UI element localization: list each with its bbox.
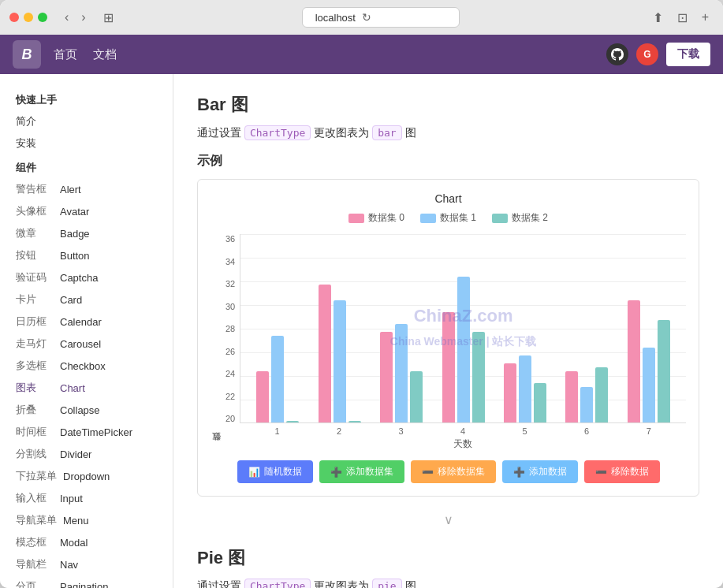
sidebar-item-checkbox[interactable]: 多选框 Checkbox [0,355,173,377]
github-icon[interactable] [606,43,628,65]
chart-grid: ChinaZ.comChina Webmaster | 站长下载 [240,234,686,423]
nav-docs[interactable]: 文档 [93,47,117,62]
chart-title: Chart [211,192,686,205]
bar-5-teal [534,383,546,422]
bar-chart-demo: Chart 数据集 0 数据集 1 [197,179,699,497]
share-button[interactable]: ⊞ [103,10,114,25]
sidebar-item-modal[interactable]: 模态框 Modal [0,531,173,553]
bar-5-pink [504,363,516,422]
y-label-3: 30 [225,302,235,311]
address-bar-container: localhost ↻ [120,7,642,28]
sidebar-item-nav[interactable]: 导航栏 Nav [0,553,173,575]
sidebar-item-collapse-en: Collapse [60,404,100,416]
sidebar-item-carousel[interactable]: 走马灯 Carousel [0,333,173,355]
sidebar-item-menu-en: Menu [63,515,89,527]
back-button[interactable]: ‹ [60,9,73,26]
sidebar-item-button[interactable]: 按钮 Button [0,244,173,266]
sidebar-item-divider-zh: 分割线 [16,447,54,461]
sidebar-item-pagination-zh: 分页 [16,579,54,588]
refresh-button[interactable]: ↻ [362,11,371,24]
sidebar-item-card-zh: 卡片 [16,292,54,307]
bar-3-pink [380,332,393,422]
x-label-4: 4 [440,426,486,436]
add-data-button[interactable]: ➕ 添加数据 [502,460,578,483]
x-label-1: 1 [255,426,300,436]
pie-section-title: Pie 图 [197,546,699,570]
nav-home[interactable]: 首页 [54,47,77,62]
sidebar-item-carousel-zh: 走马灯 [16,337,54,351]
bar-1-blue [271,336,284,422]
add-dataset-button[interactable]: ➕ 添加数据集 [319,460,404,483]
sidebar-components-title: 组件 [0,154,173,178]
sidebar-item-divider[interactable]: 分割线 Divider [0,443,173,465]
titlebar: ‹ › ⊞ localhost ↻ ⬆ ⊡ + [0,0,723,35]
sidebar-item-datetimepicker[interactable]: 时间框 DateTimePicker [0,421,173,443]
legend-color-1 [420,214,436,223]
sidebar-item-card[interactable]: 卡片 Card [0,288,173,311]
sidebar-item-nav-en: Nav [60,559,78,571]
chart-type-code: ChartType [244,125,311,140]
bar-section: Bar 图 通过设置 ChartType 更改图表为 bar 图 示例 Char… [197,93,699,530]
sidebar-item-pagination[interactable]: 分页 Pagination [0,575,173,588]
sidebar-item-captcha-en: Captcha [60,272,98,284]
sidebar-quickstart-title: 快速上手 [0,87,173,110]
bar-7-pink [628,300,640,422]
remove-dataset-icon: ➖ [422,467,434,478]
sidebar-item-alert[interactable]: 警告框 Alert [0,178,173,200]
bar-7-teal [658,320,670,422]
sidebar-item-avatar-zh: 头像框 [16,204,54,218]
sidebar-item-dropdown-en: Dropdown [63,471,110,482]
y-labels-container: 36 34 32 30 28 26 24 22 20 [225,234,240,451]
sidebar-item-menu[interactable]: 导航菜单 Menu [0,509,173,531]
header-right: G 下载 [606,43,710,66]
x-axis-title: 天数 [240,437,686,451]
x-label-6: 6 [564,426,609,436]
sidebar-item-avatar[interactable]: 头像框 Avatar [0,200,173,222]
y-label-5: 26 [225,347,235,356]
pie-code: pie [372,579,401,588]
sidebar-item-calendar-en: Calendar [60,316,102,328]
remove-dataset-button[interactable]: ➖ 移除数据集 [411,460,496,483]
forward-button[interactable]: › [76,9,90,26]
bar-6-teal [595,367,608,422]
sidebar-item-calendar[interactable]: 日历框 Calendar [0,311,173,333]
sidebar-item-input-en: Input [60,493,83,504]
app-header: B 首页 文档 G 下载 [0,35,723,74]
close-button[interactable] [9,13,19,22]
remove-data-button[interactable]: ➖ 移除数据 [584,460,660,483]
sidebar-item-captcha[interactable]: 验证码 Captcha [0,266,173,288]
url-bar[interactable]: localhost ↻ [302,7,460,28]
sidebar-item-chart[interactable]: 图表 Chart [0,377,173,399]
sidebar-item-dropdown[interactable]: 下拉菜单 Dropdown [0,465,173,487]
sidebar-item-modal-en: Modal [60,537,88,549]
content-area: Bar 图 通过设置 ChartType 更改图表为 bar 图 示例 Char… [173,74,723,588]
sidebar: 快速上手 简介 安装 组件 警告框 Alert 头像框 Avatar 微章 Ba… [0,74,173,588]
y-axis-title: 数值 [211,234,222,448]
maximize-button[interactable] [38,13,47,22]
download-button[interactable]: 下载 [666,43,710,66]
add-tab-action[interactable]: + [697,9,714,27]
new-tab-action[interactable]: ⊡ [673,9,692,27]
pie-section-desc: 通过设置 ChartType 更改图表为 pie 图 [197,579,699,588]
sidebar-item-intro[interactable]: 简介 [0,110,173,132]
sidebar-item-chart-en: Chart [60,382,85,394]
sidebar-item-badge-en: Badge [60,228,90,240]
sidebar-item-input[interactable]: 输入框 Input [0,487,173,509]
random-data-button[interactable]: 📊 随机数据 [237,460,313,483]
sidebar-item-badge[interactable]: 微章 Badge [0,222,173,244]
minimize-button[interactable] [24,13,33,22]
sidebar-item-install[interactable]: 安装 [0,132,173,154]
x-label-3: 3 [378,426,424,436]
sidebar-item-collapse-zh: 折叠 [16,403,54,417]
main-layout: 快速上手 简介 安装 组件 警告框 Alert 头像框 Avatar 微章 Ba… [0,74,723,588]
app-window: ‹ › ⊞ localhost ↻ ⬆ ⊡ + B 首页 文档 [0,0,723,588]
sidebar-item-collapse[interactable]: 折叠 Collapse [0,399,173,421]
y-axis-wrapper: 数值 [211,234,222,451]
bar-section-desc: 通过设置 ChartType 更改图表为 bar 图 [197,126,699,140]
circle-brand-icon[interactable]: G [636,43,658,65]
bar-4-teal [472,332,485,422]
bar-7-blue [643,348,655,422]
sidebar-item-alert-zh: 警告框 [16,182,54,196]
share-action[interactable]: ⬆ [648,9,668,27]
browser-nav: ‹ › [60,9,91,26]
